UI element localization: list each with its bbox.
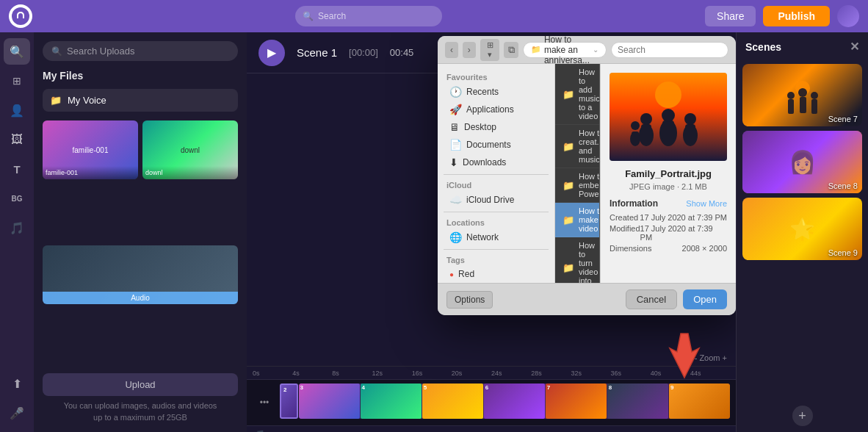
track-seg-1[interactable]: 2 [280, 384, 298, 419]
path-text: How to make an anniversa... [544, 36, 590, 65]
logo-inner [12, 7, 29, 25]
close-icon[interactable]: ✕ [850, 40, 859, 54]
svg-rect-21 [811, 99, 817, 114]
folder-icon-5: 📁 [563, 262, 574, 273]
header-left [9, 4, 32, 28]
scene-card-9[interactable]: 🌟 Scene 9 [742, 198, 862, 260]
icloud-drive-label: iCloud Drive [466, 195, 514, 205]
avatar[interactable] [837, 5, 859, 27]
thumb-num-2: 4 [362, 384, 365, 391]
folder-icon-4: 📁 [563, 215, 574, 226]
svg-rect-9 [685, 124, 695, 143]
view-button[interactable]: ⊞ ▾ [480, 39, 500, 61]
sidebar-item-recents[interactable]: 🕐 Recents [441, 83, 551, 101]
options-button[interactable]: Options [446, 291, 493, 309]
dialog-body: Favourites 🕐 Recents 🚀 Applications 🖥 De… [438, 64, 736, 283]
sidebar-item-network[interactable]: 🌐 Network [441, 228, 551, 246]
download-icon: ⬇ [449, 156, 458, 168]
sidebar-item-applications[interactable]: 🚀 Applications [441, 101, 551, 118]
share-button[interactable]: Share [705, 6, 756, 26]
forward-button[interactable]: › [463, 42, 476, 58]
search-icon: 🔍 [303, 11, 314, 21]
scene-8-placeholder: 👩 [789, 149, 816, 175]
file-thumb-1[interactable]: familie-001 familie-001 [43, 120, 138, 179]
preview-panel: Family_Portrait.jpg JPEG image · 2.1 MB … [600, 64, 736, 283]
upload-panel: 🔍 Search Uploads My Files 📁 My Voice fam… [34, 32, 247, 432]
sidebar-item-red[interactable]: ● Red [441, 266, 551, 282]
search-input[interactable] [318, 11, 435, 21]
play-button[interactable]: ▶ [258, 40, 285, 66]
folder-row-4[interactable]: 📁 How to make...iversary video [555, 203, 599, 237]
upload-button[interactable]: Upload [43, 373, 238, 396]
scenes-header: Scenes ✕ [737, 32, 868, 61]
show-more-link[interactable]: Show More [686, 199, 727, 208]
folder-row-3[interactable]: 📁 How to embe...in Powerpoint [555, 168, 599, 203]
svg-point-4 [640, 113, 652, 125]
my-voice-row[interactable]: 📁 My Voice [43, 89, 238, 112]
back-button[interactable]: ‹ [445, 42, 458, 58]
scene-8-label: Scene 8 [828, 181, 858, 190]
seg-num-1: 2 [283, 386, 286, 393]
scene-card-8[interactable]: 👩 Scene 8 [742, 131, 862, 193]
clock-icon: 🕐 [449, 86, 462, 98]
file-thumb-3[interactable]: Audio [43, 245, 238, 304]
folder-icon: 📁 [531, 45, 541, 54]
logo[interactable] [9, 4, 32, 28]
upload-search-bar[interactable]: 🔍 Search Uploads [43, 41, 238, 61]
sidebar-item-upload[interactable]: ⬆ [4, 370, 30, 397]
search-icon: 🔍 [10, 45, 24, 59]
publish-button[interactable]: Publish [763, 6, 830, 26]
sidebar-item-downloads[interactable]: ⬇ Downloads [441, 154, 551, 171]
sidebar-item-media[interactable]: 🖼 [4, 126, 30, 153]
svg-point-18 [787, 92, 795, 99]
sidebar-item-icloud[interactable]: ☁️ iCloud Drive [441, 191, 551, 209]
main-layout: 🔍 ⊞ 👤 🖼 T BG 🎵 ⬆ 🎤 🔍 Search Upload [0, 32, 868, 432]
created-label: Created [610, 213, 638, 222]
templates-icon: ⊞ [12, 75, 21, 87]
profile-icon: 👤 [10, 104, 24, 118]
preview-svg [610, 73, 727, 161]
search-bar[interactable]: 🔍 [295, 6, 442, 26]
file-thumb-2[interactable]: downl downl [142, 120, 238, 179]
cancel-button[interactable]: Cancel [626, 289, 677, 309]
track-menu-icon[interactable]: ••• [260, 397, 270, 408]
folder-icon: 📁 [50, 95, 62, 106]
add-scene-button[interactable]: + [792, 406, 813, 426]
sidebar-item-mic[interactable]: 🎤 [4, 400, 30, 426]
mic-icon: 🎤 [10, 406, 24, 420]
action-buttons: Cancel Open [626, 289, 727, 309]
red-dot-icon: ● [449, 270, 454, 278]
folder-icon-2: 📁 [563, 141, 574, 152]
my-files-label: My Files [43, 70, 238, 82]
music-icon: 🎵 [254, 430, 265, 433]
dialog-search-input[interactable] [611, 42, 728, 58]
thumb-filename-2: downl [142, 166, 238, 179]
folder-button[interactable]: ⧉ [504, 42, 518, 58]
sidebar-item-profile[interactable]: 👤 [4, 97, 30, 123]
svg-point-13 [631, 121, 640, 130]
folder-row-2[interactable]: 📁 How to creat...res and music › [555, 125, 599, 168]
dialog-footer: Options Cancel Open [438, 283, 736, 315]
file-dialog: ‹ › ⊞ ▾ ⧉ 📁 How to make an anniversa... … [438, 36, 736, 315]
modified-label: Modified [610, 224, 640, 242]
svg-marker-14 [670, 334, 699, 378]
sidebar-item-desktop[interactable]: 🖥 Desktop [441, 118, 551, 136]
center-area: ▶ Scene 1 [00:00] 00:45 👤 🎬 📷 0s 4s 8s 1… [247, 32, 736, 432]
folder-name-5: How to turn video into gif [579, 241, 598, 283]
sidebar-item-text[interactable]: T [4, 156, 30, 182]
media-icon: 🖼 [11, 133, 23, 146]
sidebar-item-documents[interactable]: 📄 Documents [441, 136, 551, 154]
sidebar-item-audio[interactable]: 🎵 [4, 215, 30, 241]
folder-row-5[interactable]: 📁 How to turn video into gif › [555, 237, 599, 283]
scene-card-7[interactable]: Scene 7 [742, 64, 862, 126]
sidebar-item-bg[interactable]: BG [4, 185, 30, 212]
sidebar-item-templates[interactable]: ⊞ [4, 68, 30, 94]
sidebar-item-search[interactable]: 🔍 [4, 38, 30, 65]
locations-label: Locations [438, 215, 554, 228]
header-right: Share Publish [705, 5, 859, 27]
folder-row-1[interactable]: 📁 How to add music to a video › [555, 64, 599, 125]
file-browser-area: 📁 How to add music to a video › 📁 How to… [555, 64, 736, 283]
preview-info-section: Information Show More Created 17 July 20… [610, 198, 727, 255]
open-button[interactable]: Open [683, 289, 727, 309]
preview-info-header: Information Show More [610, 198, 727, 209]
